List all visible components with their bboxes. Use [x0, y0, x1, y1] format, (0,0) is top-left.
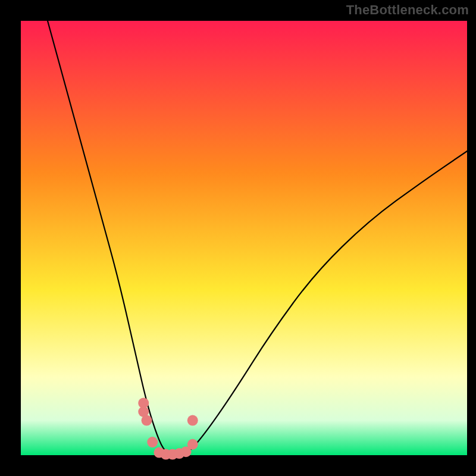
- chart-svg: [0, 0, 476, 476]
- highlight-dot: [147, 437, 158, 447]
- chart-frame: TheBottleneck.com: [0, 0, 476, 476]
- plot-background: [21, 21, 467, 455]
- watermark-text: TheBottleneck.com: [346, 2, 469, 18]
- highlight-dot: [142, 415, 152, 426]
- highlight-dot: [187, 439, 198, 450]
- highlight-dot: [138, 397, 149, 408]
- highlight-dot: [187, 415, 198, 426]
